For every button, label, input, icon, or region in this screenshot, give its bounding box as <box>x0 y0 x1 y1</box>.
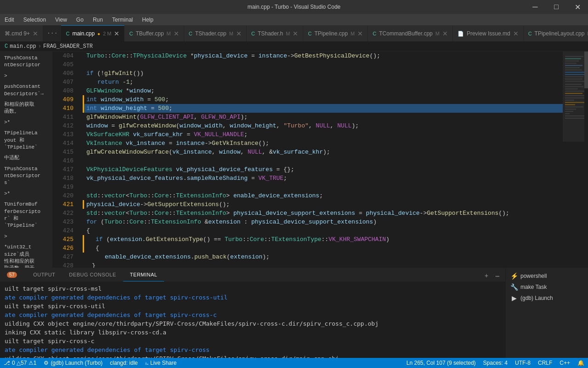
status-spaces[interactable]: Spaces: 4 <box>480 358 511 368</box>
tab-more[interactable]: ··· <box>43 25 61 41</box>
terminal-line: ate compiler generated dependencies of t… <box>5 310 501 319</box>
tab-filetype-icon: C <box>189 31 192 36</box>
terminal-line: ate compiler generated dependencies of t… <box>5 345 501 354</box>
status-clangd[interactable]: clangd: idle <box>106 358 141 368</box>
tab-close-icon[interactable]: ✕ <box>114 30 119 37</box>
status-label: Ln 265, Col 107 (9 selected) <box>407 360 476 366</box>
code-line: if (!glfwInit()) <box>83 69 563 78</box>
tab-tpipelinelayout[interactable]: C TPipelineLayout.cpp M ✕ <box>524 25 588 41</box>
svg-rect-22 <box>565 102 585 103</box>
tab-tpipeline[interactable]: C TPipeline.cpp M ✕ <box>303 25 368 41</box>
menu-run[interactable]: Run <box>88 14 107 25</box>
tab-preview[interactable]: 📄 Preview Issue.md ✕ <box>453 25 524 41</box>
panel-tab-output[interactable]: OUTPUT <box>26 268 62 282</box>
terminal-line: uilding CXX object engine/core/thirdpart… <box>5 319 501 328</box>
code-content[interactable]: Turbo::Core::TPhysicalDevice *physical_d… <box>78 52 563 268</box>
left-panel-item: *uint32_tsize`成员性和相应的获取函数。用于表示最大允许小 <box>2 243 50 268</box>
svg-rect-10 <box>565 74 586 75</box>
panel-tab-terminal[interactable]: TERMINAL <box>123 268 164 282</box>
minimize-button[interactable]: ─ <box>525 0 546 14</box>
tab-label: TCommandBuffer.cpp <box>379 30 433 37</box>
menu-help[interactable]: Help <box>137 14 158 25</box>
menu-go[interactable]: Go <box>72 14 88 25</box>
svg-rect-23 <box>565 104 575 105</box>
tab-tcommandbuffer[interactable]: C TCommandBuffer.cpp M ✕ <box>368 25 453 41</box>
tab-close-icon[interactable]: ✕ <box>442 30 448 37</box>
status-live-share[interactable]: ⎁ Live Share <box>141 358 180 368</box>
terminal-line: uilt target spirv-cross-msl <box>5 284 501 293</box>
line-num: 406 <box>53 69 74 78</box>
tab-close-icon[interactable]: ✕ <box>236 30 242 37</box>
tab-tbuffer[interactable]: C TBuffer.cpp M ✕ <box>124 25 184 41</box>
tab-main-cpp[interactable]: C main.cpp ● 2 M ✕ <box>61 25 124 41</box>
live-share-icon: ⎁ <box>145 360 148 366</box>
panel-tabs: 57 OUTPUT DEBUG CONSOLE TERMINAL + ⋯ <box>0 268 505 282</box>
svg-rect-4 <box>565 61 579 62</box>
tab-tag: M <box>351 31 355 36</box>
code-line: vk_physical_device_features.sampleRateSh… <box>83 174 563 183</box>
terminal-make[interactable]: 🔧 make Task <box>506 282 588 293</box>
tab-filetype-icon: 📄 <box>458 31 464 37</box>
panel-split-button[interactable]: ⋯ <box>492 270 503 282</box>
menu-terminal[interactable]: Terminal <box>107 14 137 25</box>
status-cursor[interactable]: Ln 265, Col 107 (9 selected) <box>403 358 480 368</box>
tab-cmd[interactable]: ⌘.cmd 9+ ✕ <box>0 25 43 41</box>
breadcrumb-file[interactable]: main.cpp <box>10 43 36 50</box>
tab-close-icon[interactable]: ✕ <box>33 30 38 37</box>
line-num: 405 <box>53 60 74 69</box>
status-errors: 0 △57 ⚠1 <box>12 360 36 366</box>
tab-filetype-icon: C <box>129 31 133 36</box>
svg-rect-16 <box>565 88 578 89</box>
terminal-area[interactable]: uilt target spirv-cross-msl ate compiler… <box>0 282 505 358</box>
menu-view[interactable]: View <box>51 14 72 25</box>
line-num: 425 <box>53 235 74 244</box>
minimap[interactable] <box>563 52 588 268</box>
status-notifications[interactable]: 🔔 <box>574 358 588 368</box>
left-panel-arrow: > <box>2 232 50 241</box>
close-button[interactable]: ✕ <box>567 0 588 14</box>
status-branch[interactable]: ⎇ 0 △57 ⚠1 <box>0 358 40 368</box>
code-line: GLFWwindow *window; <box>83 86 563 95</box>
tab-close-icon[interactable]: ✕ <box>357 30 363 37</box>
code-container[interactable]: 404 405 406 407 408 409 410 411 412 413 … <box>53 52 588 268</box>
left-panel-arrow: > <box>2 72 50 80</box>
status-language[interactable]: C++ <box>556 358 574 368</box>
panel-tab-debug-console[interactable]: DEBUG CONSOLE <box>62 268 123 282</box>
svg-rect-15 <box>565 86 583 87</box>
terminal-label: make Task <box>520 284 547 290</box>
tab-tshader-h[interactable]: C TShader.h M ✕ <box>247 25 304 41</box>
tab-filetype-icon: C <box>66 31 69 36</box>
status-label: CRLF <box>538 360 552 366</box>
tab-filetype-icon: C <box>373 31 376 36</box>
line-num: 417 <box>53 165 74 174</box>
status-label: (gdb) Launch (Turbo) <box>51 360 102 366</box>
code-line: glfwCreateWindowSurface(vk_instance, win… <box>83 148 563 156</box>
svg-rect-13 <box>565 81 585 82</box>
menu-selection[interactable]: Selection <box>19 14 51 25</box>
panel-add-button[interactable]: + <box>481 270 492 282</box>
tab-close-icon[interactable]: ✕ <box>293 30 298 37</box>
svg-rect-20 <box>565 98 587 98</box>
bottom-main: 57 OUTPUT DEBUG CONSOLE TERMINAL + ⋯ uil… <box>0 268 505 358</box>
menu-edit[interactable]: Edit <box>0 14 19 25</box>
maximize-button[interactable]: □ <box>546 0 567 14</box>
status-encoding[interactable]: UTF-8 <box>511 358 534 368</box>
left-panel-item: TPushConstantDescriptors` <box>2 165 50 188</box>
svg-rect-3 <box>565 58 581 59</box>
status-gdb-launch[interactable]: ⚙ (gdb) Launch (Turbo) <box>40 358 106 368</box>
terminal-powershell[interactable]: ⚡ powershell <box>506 270 588 282</box>
svg-rect-21 <box>565 100 574 101</box>
terminal-gdb[interactable]: ▶ (gdb) Launch <box>506 293 588 304</box>
breadcrumb-symbol[interactable]: FRAG_SHADER_STR <box>43 43 93 50</box>
tab-tag: M <box>167 31 171 36</box>
line-num: 419 <box>53 183 74 191</box>
tab-close-icon[interactable]: ✕ <box>513 30 519 37</box>
status-eol[interactable]: CRLF <box>534 358 556 368</box>
tab-tshader-cpp[interactable]: C TShader.cpp M ✕ <box>184 25 247 41</box>
code-line: for (Turbo::Core::TExtensionInfo &extens… <box>83 218 563 226</box>
panel-tab-problems[interactable]: 57 <box>0 268 26 282</box>
line-num: 428 <box>53 261 74 268</box>
terminal-line: uilt target spirv-cross-c <box>5 337 501 345</box>
tab-close-icon[interactable]: ✕ <box>174 30 179 37</box>
left-panel-item: TUniformBufferDescriptor` 和`TPipeline` <box>2 200 50 230</box>
